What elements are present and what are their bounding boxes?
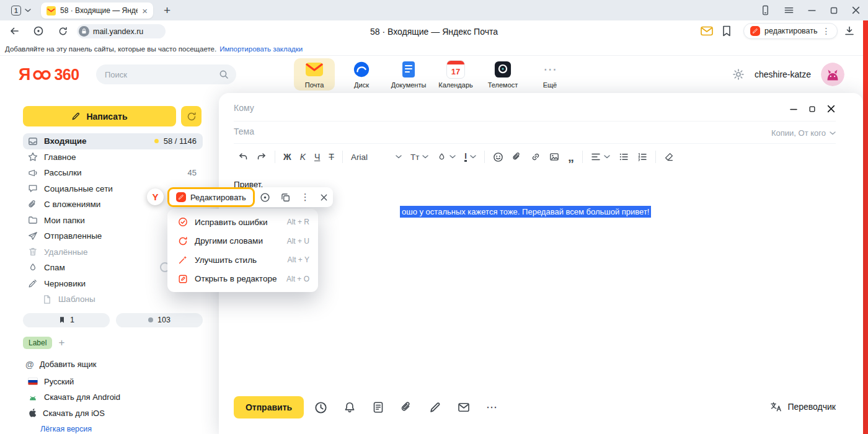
add-mailbox-button[interactable]: @ Добавить ящик <box>25 360 217 370</box>
align-select[interactable] <box>587 147 614 167</box>
envelope-icon[interactable] <box>458 401 470 414</box>
pen-icon[interactable] <box>429 401 441 414</box>
saved-filter-pill[interactable]: 1 <box>23 313 110 327</box>
ai-edit-button[interactable]: Редактировать <box>167 187 255 207</box>
redo-button[interactable] <box>252 147 271 167</box>
quote-button[interactable]: „ <box>564 147 578 167</box>
new-tab-button[interactable]: + <box>159 2 175 19</box>
service-mail[interactable]: Почта <box>294 58 335 91</box>
menu-item-fix-errors[interactable]: Исправить ошибки Alt + R <box>167 213 318 232</box>
browser-tab[interactable]: 58 · Входящие — Янде × <box>41 2 153 19</box>
read-aloud-button[interactable] <box>255 192 275 203</box>
bold-button[interactable]: Ж <box>279 147 296 167</box>
tab-close-icon[interactable]: × <box>142 6 148 16</box>
check-circle-icon <box>178 217 188 227</box>
yandex360-logo[interactable]: Я 360 <box>19 65 79 84</box>
send-button[interactable]: Отправить <box>234 396 304 418</box>
attach-button[interactable] <box>508 147 526 167</box>
compose-minimize-icon[interactable] <box>789 105 798 113</box>
folder-main[interactable]: Главное <box>23 149 203 166</box>
copy-button[interactable] <box>275 192 296 203</box>
light-version-link[interactable]: Лёгкая версия <box>12 421 217 434</box>
yandex-favicon-badge[interactable]: Y <box>147 188 164 205</box>
compose-close-icon[interactable] <box>826 104 836 113</box>
insert-link-button[interactable] <box>526 147 545 167</box>
language-selector[interactable]: Русский <box>12 374 217 390</box>
menu-item-rephrase[interactable]: Другими словами Alt + U <box>167 232 318 251</box>
protect-icon[interactable] <box>33 25 44 37</box>
service-telemost[interactable]: Телемост <box>482 58 523 91</box>
url-text: mail.yandex.ru <box>93 27 143 36</box>
avatar[interactable] <box>821 63 844 86</box>
browser-menu-icon[interactable] <box>784 5 794 16</box>
search-input[interactable] <box>96 70 219 79</box>
strikethrough-button[interactable]: Т <box>324 147 339 167</box>
bookmark-icon[interactable] <box>722 25 732 37</box>
reload-icon[interactable] <box>58 26 68 37</box>
font-size-select[interactable]: Tт <box>406 147 433 167</box>
extension-menu-icon[interactable]: ⋮ <box>822 26 831 36</box>
download-android-link[interactable]: Скачать для Android <box>12 389 217 405</box>
undo-button[interactable] <box>234 147 252 167</box>
menu-item-open-editor[interactable]: Открыть в редакторе Alt + O <box>167 270 318 289</box>
unread-filter-pill[interactable]: 103 <box>116 313 203 327</box>
device-sync-icon[interactable] <box>760 5 771 16</box>
menu-item-improve-style[interactable]: Улучшить стиль Alt + Y <box>167 250 318 270</box>
translator-button[interactable]: Переводчик <box>770 401 836 412</box>
target-icon <box>260 192 270 203</box>
to-field[interactable]: Кому <box>234 103 254 113</box>
emoji-button[interactable] <box>489 147 508 167</box>
schedule-send-icon[interactable] <box>314 401 327 414</box>
clear-formatting-button[interactable] <box>660 147 678 167</box>
text-color-select[interactable]: I <box>460 147 480 167</box>
service-calendar[interactable]: 17 Календарь <box>435 58 476 91</box>
download-ios-link[interactable]: Скачать для iOS <box>12 405 217 422</box>
popup-close-button[interactable] <box>315 193 333 202</box>
paper-plane-icon <box>28 231 38 241</box>
cc-from-toggle[interactable]: Копии, От кого <box>771 128 836 138</box>
label-tag[interactable]: Label <box>23 337 52 349</box>
numbered-list-button[interactable] <box>633 147 652 167</box>
folder-inbox[interactable]: Входящие 58 / 1146 <box>23 133 203 149</box>
editor-toolbar: Ж K Ч Т Arial Tт I <box>234 145 678 169</box>
back-icon[interactable] <box>9 25 20 37</box>
service-disk[interactable]: Диск <box>341 58 382 91</box>
downloads-icon[interactable] <box>844 25 855 37</box>
import-bookmarks-link[interactable]: Импортировать закладки <box>219 45 303 53</box>
tab-counter-button[interactable]: 1 <box>5 2 37 18</box>
font-family-select[interactable]: Arial <box>347 147 406 167</box>
refresh-button[interactable] <box>181 106 202 126</box>
extension-editor-button[interactable]: редактировать ⋮ <box>743 23 838 39</box>
service-more[interactable]: ⋯ Ещё <box>529 58 570 91</box>
subject-field[interactable]: Тема <box>234 126 254 136</box>
cat-avatar-icon <box>821 63 844 86</box>
bell-icon[interactable] <box>343 401 356 414</box>
underline-button[interactable]: Ч <box>310 147 324 167</box>
address-bar[interactable]: mail.yandex.ru <box>77 24 166 38</box>
search-bar[interactable] <box>96 64 236 84</box>
selected-text-line[interactable]: ошо у остальных кажется тоже. Передавай … <box>400 206 651 217</box>
service-documents[interactable]: Документы <box>388 58 429 91</box>
add-label-button[interactable]: + <box>58 337 64 349</box>
folder-templates[interactable]: Шаблоны <box>23 291 203 308</box>
insert-image-button[interactable] <box>545 147 564 167</box>
note-icon[interactable] <box>372 401 384 414</box>
compose-button[interactable]: Написать <box>23 106 176 126</box>
chevron-down-icon <box>25 9 31 12</box>
mail-notifications-icon[interactable] <box>701 26 713 36</box>
highlight-color-select[interactable] <box>433 147 460 167</box>
window-maximize-icon[interactable] <box>830 6 838 15</box>
window-minimize-icon[interactable] <box>807 6 817 15</box>
attach-file-icon[interactable] <box>401 401 413 414</box>
filter-pills: 1 103 <box>23 313 217 327</box>
bullet-list-button[interactable] <box>614 147 633 167</box>
mail-service-icon <box>305 60 324 79</box>
unread-dot <box>154 139 159 143</box>
italic-button[interactable]: K <box>296 147 310 167</box>
window-close-icon[interactable] <box>851 6 861 15</box>
compose-expand-icon[interactable] <box>808 105 816 113</box>
settings-gear-icon[interactable] <box>732 68 745 81</box>
more-options-icon[interactable]: ⋯ <box>486 401 498 414</box>
popup-more-button[interactable]: ⋮ <box>296 192 315 203</box>
folder-newsletters[interactable]: Рассылки 45 <box>23 165 203 181</box>
